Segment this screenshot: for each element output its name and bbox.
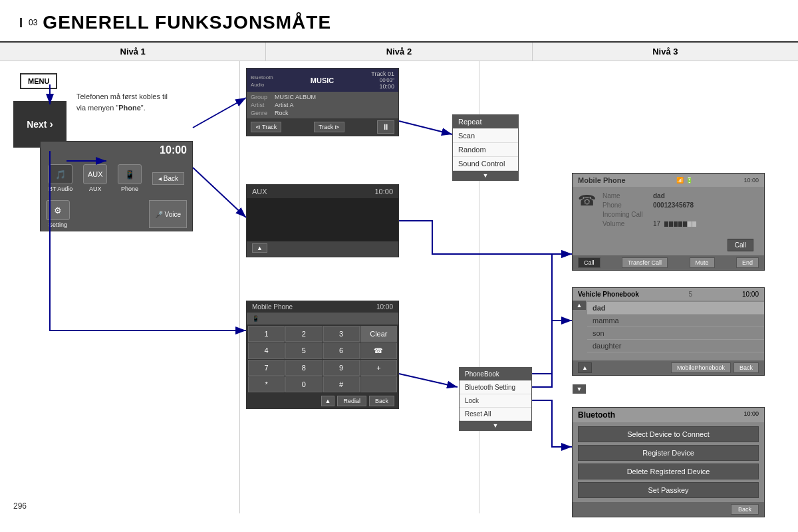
bt-set-passkey[interactable]: Set Passkey xyxy=(578,482,759,498)
bt-controls: ⊲ Track Track ⊳ ⏸ xyxy=(247,118,398,136)
bt-menu-footer: Back xyxy=(573,502,764,517)
vpb-foot-up[interactable]: ▲ xyxy=(578,362,592,373)
key-6[interactable]: 6 xyxy=(323,342,360,359)
key-hash[interactable]: # xyxy=(323,376,360,392)
vpb-header: Vehicle Phonebook 5 10:00 xyxy=(573,288,764,301)
bt-fields: Group MUSIC ALBUM Artist Artist A Genre … xyxy=(247,92,398,118)
repeat-item-2[interactable]: Random xyxy=(453,143,518,157)
main-menu-time: 10:00 xyxy=(160,144,187,156)
phone-menu: PhoneBook Bluetooth Setting Lock Reset A… xyxy=(459,367,532,431)
mpc-transfer-call[interactable]: Transfer Call xyxy=(622,257,668,268)
phone-keypad: 1 2 3 Clear 4 5 6 ☎ 7 8 9 + * 0 # xyxy=(247,325,398,394)
pause-btn[interactable]: ⏸ xyxy=(377,120,394,134)
key-3[interactable]: 3 xyxy=(323,326,360,342)
key-2[interactable]: 2 xyxy=(285,326,322,342)
main-menu-header: 10:00 xyxy=(41,142,192,159)
mpc-footer: Call Transfer Call Mute End xyxy=(573,255,764,270)
bt-menu-back-btn[interactable]: Back xyxy=(731,504,759,515)
bt-register-device[interactable]: Register Device xyxy=(578,445,759,461)
menu-icon-aux[interactable]: AUX AUX xyxy=(83,164,107,192)
bt-music-title: MUSIC xyxy=(311,76,334,84)
repeat-item-3[interactable]: Sound Control xyxy=(453,157,518,171)
svg-line-4 xyxy=(193,168,246,217)
vpb-list: dad mamma son daughter xyxy=(587,301,764,354)
key-1[interactable]: 1 xyxy=(248,326,285,342)
dialer-back-btn[interactable]: Back xyxy=(369,396,394,406)
vpb-footer: ▲ MobilePhonebook Back xyxy=(573,360,764,375)
phone-menu-lock[interactable]: Lock xyxy=(460,394,531,408)
track-back-btn[interactable]: ⊲ Track xyxy=(251,122,281,132)
svg-line-3 xyxy=(193,98,246,128)
key-clear[interactable]: Clear xyxy=(360,326,397,342)
mpc-info: Name dad Phone 00012345678 Incoming Call… xyxy=(602,192,759,229)
key-5[interactable]: 5 xyxy=(285,342,322,359)
mobile-phone-call-screen: Mobile Phone 📶 🔋 10:00 ☎ Name dad Phone … xyxy=(572,173,765,271)
phone-menu-reset[interactable]: Reset All xyxy=(460,408,531,421)
menu-icon-phone[interactable]: 📱 Phone xyxy=(118,164,142,192)
vehicle-phonebook: Vehicle Phonebook 5 10:00 ▲ ▼ dad mamma … xyxy=(572,287,765,376)
bt-audio-icon: 🎵 xyxy=(49,164,72,184)
col-header-1: Nivå 1 xyxy=(0,43,266,61)
bt-select-device[interactable]: Select Device to Connect xyxy=(578,426,759,442)
menu-icon-setting[interactable]: ⚙ Setting xyxy=(46,200,70,228)
col-header-2: Nivå 2 xyxy=(266,43,532,61)
phone-menu-scroll-down[interactable]: ▼ xyxy=(460,421,531,430)
bt-menu-body: Select Device to Connect Register Device… xyxy=(573,422,764,502)
repeat-item-0[interactable]: Repeat xyxy=(453,115,518,129)
aux-label: AUX xyxy=(252,188,267,196)
key-empty xyxy=(360,376,397,392)
aux-time: 10:00 xyxy=(374,188,393,196)
voice-button[interactable]: 🎤 Voice xyxy=(149,200,187,228)
track-forward-btn[interactable]: Track ⊳ xyxy=(314,122,344,132)
key-4[interactable]: 4 xyxy=(248,342,285,359)
vpb-footer-btns: MobilePhonebook Back xyxy=(671,362,759,373)
vpb-item-2[interactable]: son xyxy=(587,327,764,340)
volume-bar xyxy=(664,220,696,227)
back-button[interactable]: ◂ Back xyxy=(152,172,184,185)
vpb-item-0[interactable]: dad xyxy=(587,302,764,315)
mpc-call-footer[interactable]: Call xyxy=(578,257,600,268)
key-plus[interactable]: + xyxy=(360,360,397,376)
mobile-phonebook-btn[interactable]: MobilePhonebook xyxy=(671,362,731,373)
aux-icon: AUX xyxy=(83,164,107,184)
phone-menu-phonebook[interactable]: PhoneBook xyxy=(460,368,531,381)
key-0[interactable]: 0 xyxy=(285,376,322,392)
vpb-back-btn[interactable]: Back xyxy=(733,362,759,373)
menu-row2: ⚙ Setting 🎤 Voice xyxy=(41,198,192,231)
repeat-scroll-down[interactable]: ▼ xyxy=(453,171,518,180)
setting-icon: ⚙ xyxy=(46,200,70,220)
mpc-call-btn[interactable]: Call xyxy=(728,239,753,251)
key-8[interactable]: 8 xyxy=(285,360,322,376)
main-menu-widget: 10:00 🎵 BT Audio AUX AUX 📱 Phone xyxy=(40,141,193,231)
aux-screen: AUX 10:00 ▲ xyxy=(246,184,399,257)
key-star[interactable]: * xyxy=(248,376,285,392)
key-7[interactable]: 7 xyxy=(248,360,285,376)
aux-body xyxy=(247,198,398,241)
repeat-item-1[interactable]: Scan xyxy=(453,129,518,143)
vpb-up-btn[interactable]: ▲ xyxy=(573,301,586,310)
annotation: Telefonen må først kobles til via menyen… xyxy=(76,91,168,113)
aux-up-btn[interactable]: ▲ xyxy=(252,243,267,253)
phone-dialer-footer: ▲ Redial Back xyxy=(247,394,398,408)
key-call[interactable]: ☎ xyxy=(360,342,397,359)
dialer-up-btn[interactable]: ▲ xyxy=(321,396,335,406)
phone-menu-bt-setting[interactable]: Bluetooth Setting xyxy=(460,381,531,394)
bt-delete-device[interactable]: Delete Registered Device xyxy=(578,464,759,479)
svg-line-6 xyxy=(399,374,458,387)
mpc-end[interactable]: End xyxy=(736,257,759,268)
vpb-down-btn[interactable]: ▼ xyxy=(573,384,586,394)
phone-icon: 📱 xyxy=(118,164,142,184)
key-9[interactable]: 9 xyxy=(323,360,360,376)
vpb-item-3[interactable]: daughter xyxy=(587,340,764,352)
page-header: 03 GENERELL FUNKSJONSMÅTE xyxy=(0,0,798,43)
bt-track-time: Track 01 00'03" 10:00 xyxy=(371,70,394,90)
menu-icon-bt-audio[interactable]: 🎵 BT Audio xyxy=(49,164,72,192)
vpb-item-1[interactable]: mamma xyxy=(587,315,764,327)
call-phone-icon: ☎ xyxy=(578,192,596,209)
redial-btn[interactable]: Redial xyxy=(337,396,366,406)
main-content: MENU Next › Telefonen må først kobles ti… xyxy=(0,61,798,513)
mpc-mute[interactable]: Mute xyxy=(690,257,715,268)
menu-button[interactable]: MENU xyxy=(20,73,57,89)
page-title: GENERELL FUNKSJONSMÅTE xyxy=(43,12,331,33)
repeat-menu: Repeat Scan Random Sound Control ▼ xyxy=(452,114,519,181)
